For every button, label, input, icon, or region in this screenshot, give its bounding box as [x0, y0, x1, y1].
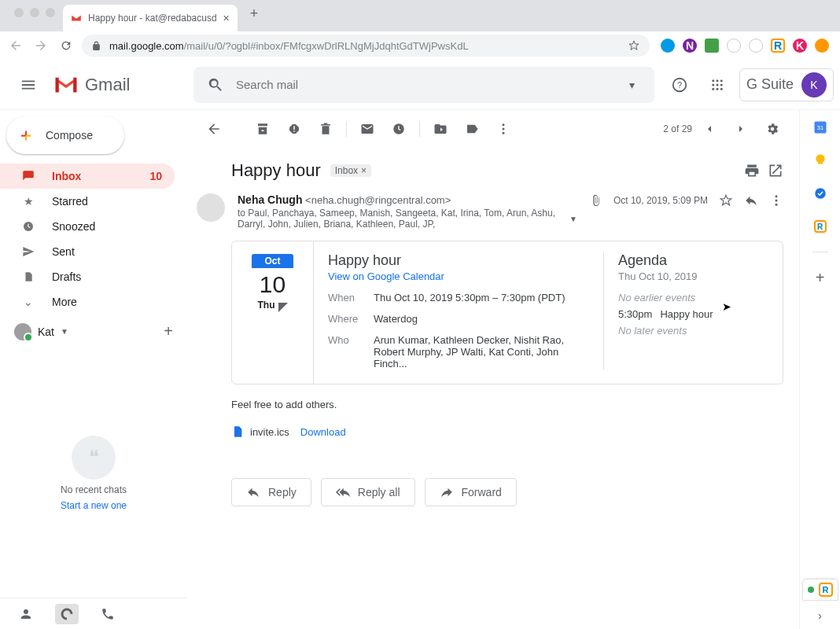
account-avatar[interactable]: K	[801, 72, 827, 97]
get-addons-button[interactable]: +	[812, 270, 828, 285]
more-actions-button[interactable]	[489, 115, 518, 143]
traffic-light-close[interactable]	[14, 8, 24, 17]
reload-button[interactable]	[57, 36, 76, 55]
message-more-button[interactable]	[769, 193, 783, 208]
back-to-inbox-button[interactable]	[200, 115, 228, 143]
ext-icon-5[interactable]	[749, 39, 763, 53]
nav-back-button[interactable]	[6, 36, 25, 55]
new-chat-button[interactable]: +	[164, 322, 173, 340]
cal-day: 10	[260, 271, 286, 298]
search-icon[interactable]	[198, 76, 233, 94]
sidebar-item-drafts[interactable]: Drafts	[0, 264, 175, 289]
reply-icon-button[interactable]	[744, 193, 758, 208]
svg-point-16	[776, 195, 778, 197]
compose-plus-icon: ＋	[17, 123, 35, 147]
hangouts-cta-link[interactable]: Start a new one	[61, 500, 127, 511]
sidebar-item-snoozed[interactable]: Snoozed	[0, 214, 175, 239]
agenda-event[interactable]: 5:30pmHappy hour	[618, 308, 768, 320]
gmail-logo[interactable]: Gmail	[53, 75, 184, 95]
ringcentral-addon-icon[interactable]: R	[812, 219, 828, 234]
search-input[interactable]	[236, 78, 612, 91]
footer-phone-icon[interactable]	[101, 607, 115, 621]
sender-avatar[interactable]	[197, 193, 225, 222]
sidebar-item-inbox[interactable]: Inbox 10	[0, 164, 175, 189]
message-toolbar: 2 of 29	[187, 110, 799, 148]
gsuite-label: G Suite	[746, 76, 794, 93]
ext-icon-1[interactable]	[661, 39, 675, 53]
prev-message-button[interactable]	[695, 115, 724, 143]
ext-icon-last[interactable]	[815, 39, 829, 53]
keep-addon-icon[interactable]	[812, 153, 828, 168]
panel-collapse-icon[interactable]: ›	[812, 607, 828, 623]
snooze-button[interactable]	[385, 115, 413, 143]
inbox-icon	[20, 169, 36, 183]
ext-icon-4[interactable]	[727, 39, 741, 53]
apps-grid-button[interactable]	[702, 69, 733, 101]
popout-button[interactable]	[768, 163, 783, 178]
sidebar-label: Sent	[52, 245, 75, 258]
compose-button[interactable]: ＋ Compose	[6, 116, 124, 154]
svg-point-10	[720, 87, 723, 90]
hangouts-user[interactable]: Kat ▼ +	[0, 314, 187, 348]
chip-close-icon[interactable]: ×	[361, 165, 367, 176]
sidebar-item-sent[interactable]: Sent	[0, 239, 175, 264]
svg-point-14	[503, 128, 505, 131]
reply-all-button[interactable]: Reply all	[321, 478, 415, 506]
footer-hangouts-icon[interactable]	[55, 604, 79, 624]
user-dropdown-icon[interactable]: ▼	[61, 327, 68, 336]
tasks-addon-icon[interactable]	[812, 186, 828, 201]
attachment-name: invite.ics	[250, 426, 289, 438]
view-on-calendar-link[interactable]: View on Google Calendar	[328, 270, 592, 282]
ext-icon-profile-k[interactable]: K	[793, 39, 807, 53]
traffic-light-max[interactable]	[46, 8, 55, 17]
forward-button[interactable]: Forward	[425, 478, 517, 506]
side-panel: 31 R + R ›	[799, 110, 840, 629]
search-options-icon[interactable]: ▾	[615, 79, 650, 91]
print-button[interactable]	[744, 163, 760, 178]
label-chip[interactable]: Inbox ×	[330, 164, 371, 177]
search-bar[interactable]: ▾	[193, 67, 654, 103]
svg-point-4	[720, 79, 723, 82]
gsuite-badge[interactable]: G Suite K	[739, 68, 834, 101]
svg-point-2	[712, 79, 714, 82]
sender-email: <neha.chugh@ringcentral.com>	[305, 194, 451, 206]
ringcentral-icon: R	[819, 583, 833, 597]
move-to-button[interactable]	[426, 115, 455, 143]
ext-icon-ringcentral[interactable]: R	[771, 39, 785, 53]
nav-forward-button[interactable]	[31, 36, 50, 55]
window-controls[interactable]	[6, 8, 63, 17]
footer-contacts-icon[interactable]	[19, 607, 33, 621]
attachment-download-link[interactable]: Download	[300, 426, 346, 438]
ext-icon-3[interactable]	[705, 39, 719, 53]
bookmark-star-icon[interactable]	[628, 39, 640, 52]
recipients-expand-icon[interactable]: ▼	[569, 215, 577, 223]
reply-button[interactable]: Reply	[231, 478, 311, 506]
next-message-button[interactable]	[727, 115, 755, 143]
calendar-addon-icon[interactable]: 31	[812, 120, 828, 135]
browser-chrome: Happy hour - kat@redabacusd × + mail.goo…	[0, 0, 840, 60]
sidebar-label: Starred	[52, 195, 88, 208]
status-dot-icon	[808, 587, 814, 593]
mark-unread-button[interactable]	[353, 115, 381, 143]
attachment-icon[interactable]	[590, 194, 602, 207]
ext-icon-onenote[interactable]: N	[683, 39, 697, 53]
sidebar-label: Inbox	[52, 170, 81, 182]
new-tab-button[interactable]: +	[244, 0, 265, 28]
sidebar-item-starred[interactable]: ★ Starred	[0, 189, 175, 214]
svg-point-15	[503, 132, 505, 134]
address-bar[interactable]: mail.google.com/mail/u/0/?ogbl#inbox/FMf…	[82, 35, 650, 57]
help-button[interactable]: ?	[664, 69, 695, 101]
settings-button[interactable]	[758, 115, 787, 143]
browser-tab[interactable]: Happy hour - kat@redabacusd ×	[63, 5, 238, 31]
main-menu-button[interactable]	[13, 69, 44, 101]
star-message-button[interactable]	[719, 193, 733, 208]
sidebar-item-more[interactable]: ⌄ More	[0, 289, 175, 314]
tab-close-icon[interactable]: ×	[223, 12, 230, 24]
ringcentral-widget[interactable]: R	[802, 579, 838, 601]
delete-button[interactable]	[311, 115, 340, 143]
traffic-light-min[interactable]	[30, 8, 39, 17]
labels-button[interactable]	[458, 115, 486, 143]
archive-button[interactable]	[249, 115, 277, 143]
gmail-logo-text: Gmail	[85, 75, 130, 95]
spam-button[interactable]	[280, 115, 308, 143]
